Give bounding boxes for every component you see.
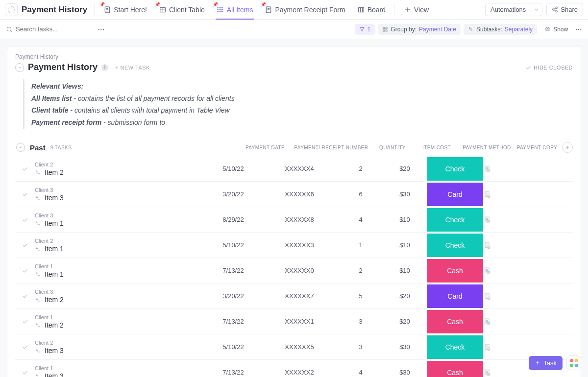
tab-payment-receipt-form[interactable]: 📌 Payment Receipt Form: [259, 0, 351, 20]
tab-add-view[interactable]: View: [398, 0, 435, 20]
automations-dropdown[interactable]: [531, 3, 542, 16]
cell-date[interactable]: 8/29/22: [206, 216, 260, 223]
tab-all-items[interactable]: 📌 All Items: [211, 0, 259, 20]
col-quantity[interactable]: QUANTITY: [370, 145, 415, 150]
cell-date[interactable]: 5/10/22: [206, 241, 260, 249]
add-column-button[interactable]: [562, 142, 573, 153]
col-receipt-number[interactable]: PAYMENT/ RECEIPT NUMBER: [292, 145, 370, 150]
cell-cost[interactable]: $30: [383, 190, 427, 198]
table-row[interactable]: Client 1Item 27/13/22XXXXXX13$20Cash: [15, 308, 573, 334]
cell-method[interactable]: Cash: [427, 310, 483, 333]
cell-date[interactable]: 5/10/22: [206, 165, 260, 172]
table-row[interactable]: Client 3Item 33/20/22XXXXXX66$30Card: [15, 181, 573, 207]
cell-cost[interactable]: $10: [383, 267, 427, 274]
cell-quantity[interactable]: 3: [339, 318, 383, 325]
cell-receipt[interactable]: XXXXXX0: [260, 267, 339, 274]
cell-method[interactable]: Card: [427, 284, 483, 308]
status-check-icon[interactable]: [15, 318, 35, 325]
new-task-fab[interactable]: Task: [529, 356, 563, 370]
tab-client-table[interactable]: 📌 Client Table: [153, 0, 211, 20]
cell-cost[interactable]: $20: [383, 318, 427, 325]
cell-method[interactable]: Check: [427, 335, 483, 359]
cell-quantity[interactable]: 6: [339, 190, 383, 198]
group-by-chip[interactable]: Group by: Payment Date: [378, 24, 461, 35]
subtasks-chip[interactable]: Subtasks: Separately: [464, 24, 537, 35]
cell-quantity[interactable]: 1: [339, 241, 383, 249]
search-input[interactable]: [16, 25, 84, 33]
cell-copy[interactable]: [483, 190, 527, 198]
show-chip[interactable]: Show: [540, 24, 572, 35]
table-row[interactable]: Client 3Item 18/29/22XXXXXX84$10Check: [15, 207, 573, 232]
cell-date[interactable]: 7/13/22: [206, 267, 260, 274]
group-collapse-toggle[interactable]: [16, 143, 25, 152]
cell-copy[interactable]: [483, 165, 527, 173]
workspace-icon[interactable]: [5, 3, 18, 16]
cell-receipt[interactable]: XXXXXX8: [260, 216, 339, 223]
cell-receipt[interactable]: XXXXXX6: [260, 190, 339, 198]
cell-method[interactable]: Card: [427, 183, 483, 206]
status-check-icon[interactable]: [15, 344, 35, 351]
share-button[interactable]: Share: [546, 3, 583, 16]
new-task-button[interactable]: + NEW TASK: [115, 65, 150, 71]
cell-copy[interactable]: [483, 292, 527, 300]
col-payment-date[interactable]: PAYMENT DATE: [238, 145, 292, 150]
cell-quantity[interactable]: 2: [339, 267, 383, 274]
cell-copy[interactable]: [483, 343, 527, 351]
cell-date[interactable]: 7/13/22: [206, 318, 260, 325]
col-item-cost[interactable]: ITEM COST: [415, 145, 459, 150]
cell-method[interactable]: Check: [427, 208, 483, 232]
filter-more-button[interactable]: ···: [575, 25, 582, 33]
table-row[interactable]: Client 1Item 17/13/22XXXXXX02$10Cash: [15, 258, 573, 283]
cell-cost[interactable]: $30: [383, 369, 427, 376]
tab-start-here[interactable]: 📌 Start Here!: [98, 0, 153, 20]
automations-button[interactable]: Automations: [485, 3, 531, 16]
table-row[interactable]: Client 2Item 15/10/22XXXXXX31$10Check: [15, 232, 573, 258]
cell-quantity[interactable]: 4: [339, 216, 383, 223]
cell-cost[interactable]: $10: [383, 216, 427, 223]
table-row[interactable]: Client 1Item 37/13/22XXXXXX24$30Cash: [15, 359, 573, 377]
status-check-icon[interactable]: [15, 165, 35, 172]
cell-quantity[interactable]: 3: [339, 343, 383, 351]
info-icon[interactable]: i: [101, 64, 108, 71]
status-check-icon[interactable]: [15, 242, 35, 249]
status-check-icon[interactable]: [15, 293, 35, 300]
col-payment-copy[interactable]: PAYMENT COPY: [515, 145, 559, 150]
cell-receipt[interactable]: XXXXXX4: [260, 165, 339, 172]
cell-date[interactable]: 7/13/22: [206, 369, 260, 376]
cell-cost[interactable]: $30: [383, 343, 427, 351]
col-payment-method[interactable]: PAYMENT METHOD: [459, 145, 515, 150]
cell-method[interactable]: Check: [427, 157, 483, 181]
hide-closed-toggle[interactable]: HIDE CLOSED: [525, 65, 573, 71]
cell-date[interactable]: 3/20/22: [206, 190, 260, 198]
apps-launcher[interactable]: [566, 355, 581, 370]
cell-copy[interactable]: [483, 318, 527, 326]
cell-copy[interactable]: [483, 267, 527, 275]
table-row[interactable]: Client 3Item 23/20/22XXXXXX75$20Card: [15, 283, 573, 308]
cell-date[interactable]: 3/20/22: [206, 292, 260, 300]
cell-copy[interactable]: [483, 216, 527, 224]
collapse-toggle[interactable]: [15, 63, 24, 72]
cell-receipt[interactable]: XXXXXX1: [260, 318, 339, 325]
status-check-icon[interactable]: [15, 267, 35, 274]
cell-quantity[interactable]: 2: [339, 165, 383, 172]
cell-quantity[interactable]: 4: [339, 369, 383, 376]
status-check-icon[interactable]: [15, 369, 35, 376]
search-more-button[interactable]: ···: [98, 25, 105, 33]
table-row[interactable]: Client 2Item 25/10/22XXXXXX42$20Check: [15, 156, 573, 181]
cell-copy[interactable]: [483, 369, 527, 377]
status-check-icon[interactable]: [15, 216, 35, 223]
table-row[interactable]: Client 2Item 35/10/22XXXXXX53$30Check: [15, 334, 573, 359]
cell-copy[interactable]: [483, 241, 527, 249]
filter-count-chip[interactable]: 1: [355, 24, 375, 35]
status-check-icon[interactable]: [15, 191, 35, 198]
cell-method[interactable]: Cash: [427, 259, 483, 283]
cell-date[interactable]: 5/10/22: [206, 343, 260, 351]
cell-quantity[interactable]: 5: [339, 292, 383, 300]
cell-cost[interactable]: $20: [383, 292, 427, 300]
cell-receipt[interactable]: XXXXXX7: [260, 292, 339, 300]
cell-method[interactable]: Cash: [427, 361, 483, 377]
cell-cost[interactable]: $10: [383, 241, 427, 249]
tab-board[interactable]: Board: [351, 0, 392, 20]
cell-receipt[interactable]: XXXXXX3: [260, 241, 339, 249]
cell-cost[interactable]: $20: [383, 165, 427, 172]
